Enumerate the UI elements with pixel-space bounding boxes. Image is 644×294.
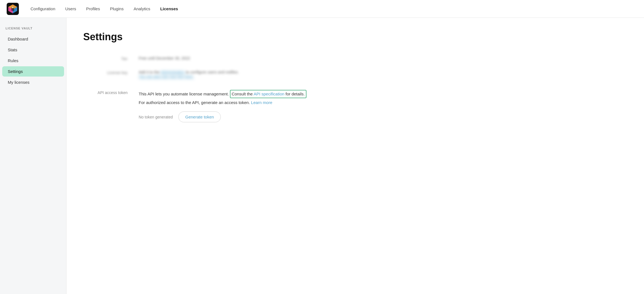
license-key-label: License key (83, 70, 128, 75)
api-description-line-2: For authorized access to the API, genera… (139, 99, 627, 106)
sidebar-item-my-licenses[interactable]: My licenses (0, 77, 66, 87)
api-description-line-1: This API lets you automate license manag… (139, 90, 627, 98)
sidebar-item-settings[interactable]: Settings (0, 66, 66, 77)
learn-more-link[interactable]: Learn more (251, 99, 272, 106)
api-specification-link[interactable]: API specification (253, 92, 284, 96)
api-description: This API lets you automate license manag… (139, 90, 627, 106)
nav-link-licenses[interactable]: Licenses (155, 4, 183, 13)
api-access-token-section: API access token This API lets you autom… (83, 90, 627, 122)
nav-link-configuration[interactable]: Configuration (26, 4, 60, 13)
for-details-text: for details. (285, 92, 305, 96)
app-body: LICENSE VAULT Dashboard Stats Rules Sett… (0, 18, 644, 294)
sidebar-item-dashboard[interactable]: Dashboard (0, 34, 66, 44)
nav-link-profiles[interactable]: Profiles (81, 4, 105, 13)
sidebar-section-label: LICENSE VAULT (0, 27, 66, 33)
nav-item-users[interactable]: Users (60, 4, 81, 13)
page-title: Settings (83, 31, 627, 43)
sidebar-link-stats[interactable]: Stats (2, 45, 64, 55)
token-row: No token generated Generate token (139, 111, 627, 122)
sidebar-item-stats[interactable]: Stats (0, 45, 66, 55)
top-nav: Configuration Users Profiles Plugins Ana… (0, 0, 644, 18)
sidebar-link-my-licenses[interactable]: My licenses (2, 77, 64, 87)
tier-value: Free until December 30, 2022 (139, 56, 627, 60)
sidebar: LICENSE VAULT Dashboard Stats Rules Sett… (0, 18, 67, 294)
no-token-label: No token generated (139, 115, 173, 119)
nav-item-plugins[interactable]: Plugins (105, 4, 128, 13)
svg-rect-6 (12, 7, 14, 8)
nav-item-profiles[interactable]: Profiles (81, 4, 105, 13)
sidebar-link-settings[interactable]: Settings (2, 66, 64, 77)
sidebar-link-rules[interactable]: Rules (2, 55, 64, 66)
nav-links: Configuration Users Profiles Plugins Ana… (26, 4, 183, 13)
sidebar-link-dashboard[interactable]: Dashboard (2, 34, 64, 44)
api-second-line: For authorized access to the API, genera… (139, 99, 250, 106)
nav-link-plugins[interactable]: Plugins (105, 4, 128, 13)
tier-label: Tier (83, 56, 128, 61)
nav-item-configuration[interactable]: Configuration (26, 4, 60, 13)
main-content: Settings Tier Free until December 30, 20… (67, 18, 644, 294)
api-access-token-label: API access token (83, 90, 128, 95)
nav-link-analytics[interactable]: Analytics (129, 4, 155, 13)
settings-row-license-key: License key Add it to the Administration… (83, 70, 627, 79)
consult-text: Consult the (232, 92, 253, 96)
app-logo[interactable] (7, 3, 19, 15)
nav-link-users[interactable]: Users (60, 4, 81, 13)
consult-box: Consult the API specification for detail… (230, 90, 306, 98)
sidebar-nav: Dashboard Stats Rules Settings My licens… (0, 34, 66, 87)
api-content: This API lets you automate license manag… (139, 90, 627, 122)
nav-item-analytics[interactable]: Analytics (129, 4, 155, 13)
license-key-value: Add it to the Administration to configur… (139, 70, 627, 79)
generate-token-button[interactable]: Generate token (178, 111, 221, 122)
sidebar-item-rules[interactable]: Rules (0, 55, 66, 66)
api-desc-part1: This API lets you automate license manag… (139, 91, 229, 97)
nav-item-licenses[interactable]: Licenses (155, 4, 183, 13)
settings-row-tier: Tier Free until December 30, 2022 (83, 56, 627, 61)
